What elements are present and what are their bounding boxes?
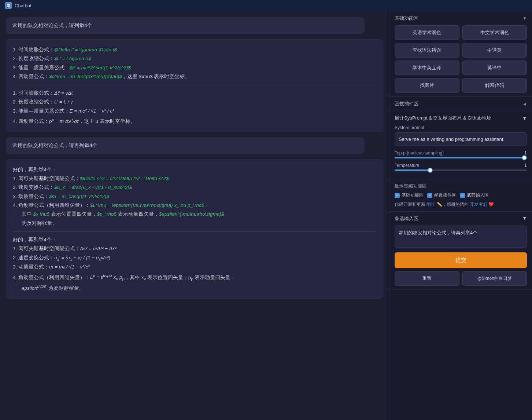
- checkbox-row: 基础功能区 函数插件区 底部输入区: [395, 192, 527, 198]
- top-p-label: Top-p (nucleus sampling): [395, 150, 444, 156]
- btn-en-to-zh[interactable]: 英译中: [462, 61, 527, 75]
- alt-input-title: 备选输入区: [395, 215, 418, 222]
- app-icon: 💬: [5, 2, 12, 9]
- chat-panel[interactable]: 常用的狭义相对论公式，请列举4个 1. 时间膨胀公式：$\Delta t' = …: [0, 11, 389, 420]
- formula-green-2: $L' = L/\gamma$: [54, 56, 91, 61]
- top-p-fill: [395, 157, 527, 158]
- alt-input-header: 备选输入区 ▼: [395, 215, 527, 222]
- formula-green-6: $u_x' = \frac{u_x - v}{1 - u_xv/c^2}$: [54, 185, 132, 190]
- formula-green-5: $\Delta s^2 = c^2 \Delta t^2 - \Delta x^…: [80, 176, 169, 181]
- btn-zh-to-en[interactable]: 中译英: [462, 43, 527, 58]
- checkbox-basic-icon: [395, 193, 400, 198]
- bot-msg1-raw-line3: 3. 能量—质量关系公式：$E = mc^2/\sqrt{1-v^2/c^2}$: [13, 63, 376, 72]
- checkbox-plugin-label: 函数插件区: [434, 192, 456, 198]
- plugin-func-header: 函数插件区 ◄: [395, 101, 527, 107]
- reset-row: 重置 @Simon的白日梦: [395, 271, 527, 286]
- main-layout: 常用的狭义相对论公式，请列举4个 1. 时间膨胀公式：$\Delta t' = …: [0, 11, 532, 420]
- top-p-row: Top-p (nucleus sampling) 1: [395, 150, 527, 156]
- link-row: 代码开源和更新 地址 ✏️，感谢热情的 开发者们 ❤️: [395, 201, 527, 208]
- sys-prompt-input[interactable]: [395, 132, 527, 146]
- heart-emoji: ❤️: [488, 202, 494, 207]
- temperature-label: Temperature: [395, 163, 419, 168]
- sys-prompt-arrow: ▼: [522, 116, 527, 121]
- link-emoji: ✏️，感谢热情的: [437, 202, 469, 207]
- btn-find-image[interactable]: 找图片: [395, 78, 459, 93]
- app-title: Chatbot: [15, 3, 32, 8]
- bot-msg1-raw-line2: 2. 长度收缩公式：$L' = L/\gamma$: [13, 54, 376, 63]
- top-p-slider[interactable]: [395, 157, 527, 158]
- top-p-thumb: [522, 155, 527, 160]
- visibility-label: 显示/隐藏功能区: [395, 183, 527, 189]
- checkbox-plugin[interactable]: 函数插件区: [427, 192, 456, 198]
- formula-green-3: $E = mc^2/\sqrt{1-v^2/c^2}$: [70, 65, 131, 70]
- checkbox-plugin-icon: [427, 193, 432, 198]
- visibility-section: 显示/隐藏功能区 基础功能区 函数插件区 底部输入区 代码开源和更新 地址: [389, 179, 532, 212]
- bot-msg1-raw-line1: 1. 时间膨胀公式：$\Delta t' = \gamma \Delta t$: [13, 45, 376, 54]
- bot-msg1-raw: 1. 时间膨胀公式：$\Delta t' = \gamma \Delta t$ …: [13, 45, 376, 81]
- alt-input-textarea[interactable]: 常用的狭义相对论公式，请再列举4个: [395, 226, 527, 248]
- alt-input-arrow: ▼: [522, 215, 527, 222]
- submit-button[interactable]: 提交: [395, 252, 527, 268]
- plugin-func-title: 函数插件区: [395, 101, 418, 107]
- sys-prompt-header: 展开SysPrompt & 交互界面布局 & Github地址 ▼: [395, 115, 527, 121]
- sys-prompt-title: 展开SysPrompt & 交互界面布局 & Github地址: [395, 115, 491, 121]
- checkbox-bottom-input[interactable]: 底部输入区: [460, 192, 489, 198]
- plugin-func-section: 函数插件区 ◄: [389, 97, 532, 111]
- github-link[interactable]: 地址: [426, 202, 435, 207]
- btn-english-polish[interactable]: 英语学术润色: [395, 25, 459, 40]
- checkbox-bottom-icon: [460, 193, 465, 198]
- formula-green-4: $p^\mu = m \frac{dx^\mu}{d\tau}$: [49, 74, 122, 79]
- watermark-button[interactable]: @Simon的白日梦: [462, 271, 527, 286]
- btn-academic-trans[interactable]: 学术中英互译: [395, 61, 459, 75]
- basic-func-buttons: 英语学术润色 中文学术润色 查找语法错误 中译英 学术中英互译 英译中 找图片 …: [395, 25, 527, 93]
- alt-input-section: 备选输入区 ▼ 常用的狭义相对论公式，请再列举4个 提交 重置 @Simon的白…: [389, 212, 532, 290]
- plugin-func-arrow: ◄: [522, 101, 527, 107]
- user-message-1-text: 常用的狭义相对论公式，请列举4个: [12, 22, 92, 28]
- checkbox-basic-func[interactable]: 基础功能区: [395, 192, 424, 198]
- top-p-value: 1: [524, 150, 527, 156]
- user-message-2: 常用的狭义相对论公式，请再列举4个: [6, 137, 365, 154]
- temperature-slider[interactable]: [395, 169, 527, 171]
- bot-msg1-rendered: 1. 时间膨胀公式：Δt′ = γΔt 2. 长度收缩公式：L′ = L / γ…: [13, 89, 376, 126]
- bot-msg2-raw: 好的，再列举4个： 1. 闵可夫斯基时空间隔公式：$\Delta s^2 = c…: [13, 165, 376, 228]
- formula-green-1: $\Delta t' = \gamma \Delta t$: [54, 47, 117, 52]
- user-message-1: 常用的狭义相对论公式，请列举4个: [6, 17, 365, 34]
- sys-prompt-section: 展开SysPrompt & 交互界面布局 & Github地址 ▼ System…: [389, 111, 532, 179]
- temperature-fill: [395, 169, 430, 171]
- btn-chinese-polish[interactable]: 中文学术润色: [462, 25, 527, 40]
- checkbox-basic-label: 基础功能区: [402, 192, 424, 198]
- reset-button[interactable]: 重置: [395, 271, 459, 286]
- basic-func-header: 基础功能区 ▼: [395, 15, 527, 22]
- basic-func-section: 基础功能区 ▼ 英语学术润色 中文学术润色 查找语法错误 中译英 学术中英互译 …: [389, 11, 532, 97]
- formula-green-7: $m = m_0/\sqrt{1-v^2/c^2}$: [49, 194, 109, 199]
- formula-green-8: $L^\mu = \epsilon^{\mu\nu\rho\sigma} x_\…: [90, 202, 204, 208]
- btn-grammar-check[interactable]: 查找语法错误: [395, 43, 459, 58]
- temperature-thumb: [428, 168, 433, 173]
- bot-message-2: 好的，再列举4个： 1. 闵可夫斯基时空间隔公式：$\Delta s^2 = c…: [6, 159, 383, 299]
- bot-msg1-raw-line4: 4. 四动量公式：$p^\mu = m \frac{dx^\mu}{d\tau}…: [13, 72, 376, 81]
- link-prefix: 代码开源和更新: [395, 202, 425, 207]
- bot-message-1: 1. 时间膨胀公式：$\Delta t' = \gamma \Delta t$ …: [6, 39, 383, 132]
- user-message-2-text: 常用的狭义相对论公式，请再列举4个: [12, 142, 97, 148]
- basic-func-title: 基础功能区: [395, 15, 418, 22]
- temperature-value: 1: [524, 163, 527, 168]
- sys-prompt-label: System prompt: [395, 125, 527, 130]
- temperature-row: Temperature 1: [395, 163, 527, 168]
- bot-msg2-rendered: 好的，再列举4个： 1. 闵可夫斯基时空间隔公式：Δs² = c²Δt² − Δ…: [13, 235, 376, 293]
- contributors-link[interactable]: 开发者们: [470, 202, 487, 207]
- titlebar: 💬 Chatbot: [0, 0, 532, 11]
- basic-func-arrow: ▼: [522, 16, 527, 21]
- btn-explain-code[interactable]: 解释代码: [462, 78, 527, 93]
- checkbox-bottom-label: 底部输入区: [467, 192, 489, 198]
- sidebar: 基础功能区 ▼ 英语学术润色 中文学术润色 查找语法错误 中译英 学术中英互译 …: [389, 11, 532, 420]
